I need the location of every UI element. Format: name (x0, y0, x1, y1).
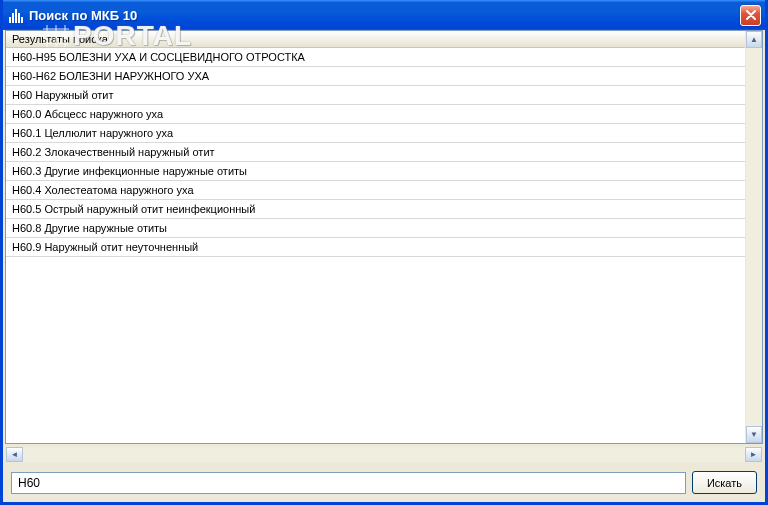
close-button[interactable] (740, 5, 761, 26)
scroll-up-button[interactable]: ▲ (746, 31, 762, 48)
client-area: Результаты поиска H60-H95 БОЛЕЗНИ УХА И … (3, 30, 765, 502)
results-column-header[interactable]: Результаты поиска (6, 31, 745, 48)
vertical-scrollbar[interactable]: ▲ ▼ (745, 31, 762, 443)
app-icon (9, 7, 25, 23)
scroll-down-button[interactable]: ▼ (746, 426, 762, 443)
window-frame: Поиск по МКБ 10 PORTAL Результаты поиска… (0, 0, 768, 505)
result-row[interactable]: H60.8 Другие наружные отиты (6, 219, 745, 238)
results-list[interactable]: Результаты поиска H60-H95 БОЛЕЗНИ УХА И … (6, 31, 745, 443)
result-row[interactable]: H60-H62 БОЛЕЗНИ НАРУЖНОГО УХА (6, 67, 745, 86)
search-input[interactable] (11, 472, 686, 494)
result-row[interactable]: H60.9 Наружный отит неуточненный (6, 238, 745, 257)
result-row[interactable]: H60.0 Абсцесс наружного уха (6, 105, 745, 124)
scroll-right-button[interactable]: ► (745, 447, 762, 462)
result-row[interactable]: H60.2 Злокачественный наружный отит (6, 143, 745, 162)
chevron-down-icon: ▼ (750, 431, 758, 439)
titlebar[interactable]: Поиск по МКБ 10 (3, 0, 765, 30)
scroll-left-button[interactable]: ◄ (6, 447, 23, 462)
search-bar: Искать (3, 467, 765, 502)
close-icon (746, 10, 756, 20)
result-row[interactable]: H60.3 Другие инфекционные наружные отиты (6, 162, 745, 181)
window-title: Поиск по МКБ 10 (29, 8, 740, 23)
chevron-up-icon: ▲ (750, 36, 758, 44)
horizontal-scrollbar[interactable]: ◄ ► (5, 446, 763, 463)
chevron-left-icon: ◄ (11, 451, 19, 459)
result-row[interactable]: H60.5 Острый наружный отит неинфекционны… (6, 200, 745, 219)
chevron-right-icon: ► (750, 451, 758, 459)
scroll-track-vertical[interactable] (746, 48, 762, 426)
search-button[interactable]: Искать (692, 471, 757, 494)
result-row[interactable]: H60.4 Холестеатома наружного уха (6, 181, 745, 200)
scroll-track-horizontal[interactable] (23, 447, 745, 462)
result-row[interactable]: H60.1 Целлюлит наружного уха (6, 124, 745, 143)
results-panel: Результаты поиска H60-H95 БОЛЕЗНИ УХА И … (5, 30, 763, 444)
result-row[interactable]: H60 Наружный отит (6, 86, 745, 105)
result-row[interactable]: H60-H95 БОЛЕЗНИ УХА И СОСЦЕВИДНОГО ОТРОС… (6, 48, 745, 67)
